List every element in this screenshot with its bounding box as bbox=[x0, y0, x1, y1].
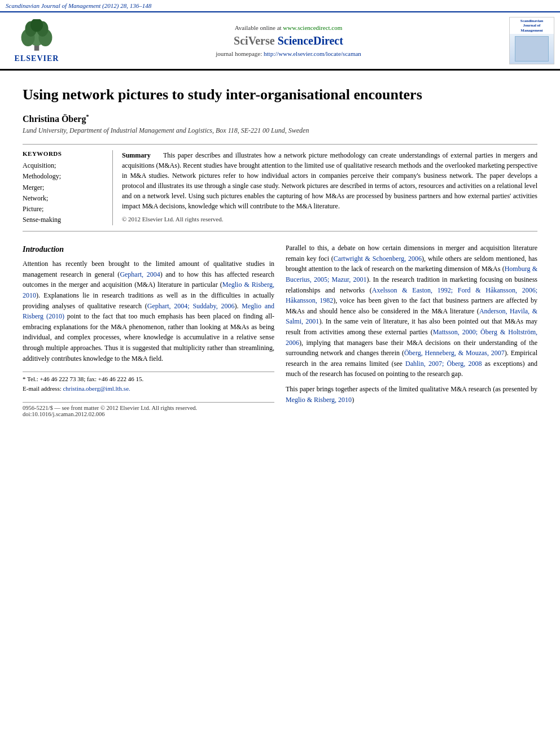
footer-bar: 0956-5221/$ — see front matter © 2012 El… bbox=[23, 402, 274, 417]
author-name: Christina Öberg* bbox=[23, 113, 537, 124]
article-title: Using network pictures to study inter-or… bbox=[23, 85, 537, 104]
thumb-body bbox=[510, 34, 554, 64]
elsevier-wordmark: ELSEVIER bbox=[15, 54, 59, 63]
ref-meglio-bottom[interactable]: Meglio & Risberg, 2010 bbox=[286, 396, 352, 404]
keyword-methodology: Methodology; bbox=[23, 171, 103, 182]
right-para2: This paper brings together aspects of th… bbox=[286, 384, 537, 405]
ref-axelsson[interactable]: Axelsson & Easton, 1992; Ford & Håkansso… bbox=[286, 286, 537, 305]
ref-homburg[interactable]: Homburg & Bucerius, 2005; Mazur, 2001 bbox=[286, 265, 537, 283]
footnote-tel: * Tel.: +46 46 222 73 38; fax: +46 46 22… bbox=[23, 374, 274, 384]
journal-citation-bar: Scandinavian Journal of Management (2012… bbox=[0, 0, 560, 12]
keyword-network: Network; bbox=[23, 193, 103, 204]
keyword-acquisition: Acquisition; bbox=[23, 160, 103, 171]
footnote-email: E-mail address: christina.oberg@iml.lth.… bbox=[23, 384, 274, 394]
elsevier-tree-icon bbox=[14, 19, 59, 53]
abstract-text: Summary This paper describes and illustr… bbox=[122, 150, 537, 211]
keyword-picture: Picture; bbox=[23, 204, 103, 215]
sciverse-logo-text: SciVerse ScienceDirect bbox=[234, 33, 343, 48]
homepage-text: journal homepage: http://www.elsevier.co… bbox=[216, 50, 361, 57]
abstract-section: KEYWORDS Acquisition; Methodology; Merge… bbox=[23, 144, 537, 231]
journal-thumbnail: ScandinavianJournal ofManagement bbox=[509, 17, 554, 64]
thumb-image bbox=[515, 36, 549, 62]
elsevier-logo: ELSEVIER bbox=[6, 17, 68, 64]
homepage-url-link[interactable]: http://www.elsevier.com/locate/scaman bbox=[264, 50, 361, 57]
ref-oberg-2007[interactable]: Öberg, Henneberg, & Mouzas, 2007 bbox=[404, 349, 505, 357]
keyword-sensemaking: Sense-making bbox=[23, 215, 103, 225]
ref-anderson[interactable]: Anderson, Havila, & Salmi, 2001 bbox=[286, 307, 537, 326]
journal-center-header: Available online at www.sciencedirect.co… bbox=[73, 17, 504, 64]
footer-doi: doi:10.1016/j.scaman.2012.02.006 bbox=[23, 411, 274, 417]
introduction-heading: Introduction bbox=[23, 245, 274, 254]
sciencedirect-url-link[interactable]: www.sciencedirect.com bbox=[283, 24, 342, 31]
footer-issn: 0956-5221/$ — see front matter © 2012 El… bbox=[23, 405, 274, 411]
ref-dahlin[interactable]: Dahlin, 2007; Öberg, 2008 bbox=[405, 360, 482, 368]
ref-gephart-suddaby[interactable]: Gephart, 2004; Suddaby, 2006 bbox=[147, 302, 235, 310]
intro-para1: Attention has recently been brought to t… bbox=[23, 259, 274, 364]
journal-citation-text: Scandinavian Journal of Management (2012… bbox=[6, 2, 151, 9]
thumb-title-text: ScandinavianJournal ofManagement bbox=[519, 18, 544, 34]
left-column: Introduction Attention has recently been… bbox=[23, 243, 274, 417]
body-columns: Introduction Attention has recently been… bbox=[23, 243, 537, 417]
right-column: Parallel to this, a debate on how certai… bbox=[286, 243, 537, 417]
ref-meglio-risberg-2010[interactable]: Meglio & Risberg, 2010 bbox=[23, 281, 274, 299]
abstract-box: Summary This paper describes and illustr… bbox=[113, 150, 537, 225]
keywords-heading: KEYWORDS bbox=[23, 150, 103, 157]
main-content: Using network pictures to study inter-or… bbox=[0, 71, 560, 429]
right-para1: Parallel to this, a debate on how certai… bbox=[286, 243, 537, 379]
ref-gephart-2004[interactable]: Gephart, 2004 bbox=[120, 270, 160, 278]
footnote-email-link[interactable]: christina.oberg@iml.lth.se. bbox=[63, 385, 130, 392]
keyword-merger: Merger; bbox=[23, 182, 103, 193]
available-online-text: Available online at www.sciencedirect.co… bbox=[235, 24, 343, 31]
footnote-section: * Tel.: +46 46 222 73 38; fax: +46 46 22… bbox=[23, 372, 274, 393]
affiliation: Lund University, Department of Industria… bbox=[23, 126, 537, 135]
keywords-box: KEYWORDS Acquisition; Methodology; Merge… bbox=[23, 150, 113, 225]
ref-cartwright[interactable]: Cartwright & Schoenberg, 2006 bbox=[334, 255, 422, 263]
journal-header: ELSEVIER Available online at www.science… bbox=[0, 12, 560, 71]
ref-mattsson[interactable]: Mattsson, 2000; Öberg & Holtström, 2006 bbox=[286, 328, 537, 347]
copyright-text: © 2012 Elsevier Ltd. All rights reserved… bbox=[122, 216, 537, 222]
